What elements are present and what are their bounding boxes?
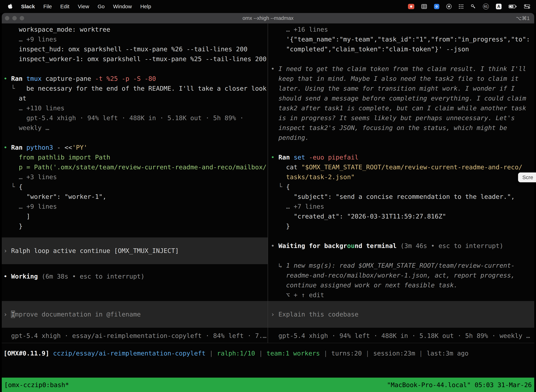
menu-window[interactable]: Window [109, 0, 136, 13]
terminal-line: weekly … [2, 123, 268, 133]
terminal-line: cat "$OMX_TEAM_STATE_ROOT/team/review-cu… [268, 162, 534, 172]
terminal-line: • Waiting for background terminal (3m 46… [268, 241, 534, 251]
terminal-line: at [2, 93, 268, 103]
terminal-line: • Ran set -euo pipefail [268, 152, 534, 162]
terminal-line: ​ [268, 54, 534, 64]
terminal-line: is in progress? It seems likely but perh… [268, 113, 534, 123]
menu-file[interactable]: File [39, 0, 56, 13]
right-prompt-box[interactable]: › Explain this codebase [268, 301, 534, 328]
terminal-line: ⌥ + ↑ edit [268, 290, 534, 300]
terminal-line: • I need to get the claim token from the… [268, 64, 534, 74]
terminal-line: [OMX#0.11.9] cczip/essay/ai-reimplementa… [2, 348, 469, 358]
terminal-line: "completed","claim_token":"claim-token"}… [268, 44, 534, 54]
menu-view[interactable]: View [73, 0, 93, 13]
terminal-line: ​ [2, 64, 268, 74]
terminal-line: workspace_mode: worktree [2, 25, 268, 34]
minimize-window-button[interactable] [12, 16, 17, 20]
terminal-line: tasks/task-2.json" [268, 172, 534, 182]
terminal-line: ​ [268, 251, 534, 261]
menu-help[interactable]: Help [136, 0, 155, 13]
terminal-line: gpt-5.4 xhigh · essay/ai-reimplementatio… [2, 331, 268, 341]
terminal-line: ​ [268, 143, 534, 152]
working-status: • Working (6m 38s • esc to interrupt) [2, 271, 268, 281]
terminal-line: … +3 lines [2, 172, 268, 182]
terminal-line: '{"team_name":"my-team","task_id":"1","f… [268, 34, 534, 44]
left-terminal-pane[interactable]: workspace_mode: worktree … +9 lines insp… [2, 23, 268, 343]
terminal-line: from pathlib import Path [2, 152, 268, 162]
terminal-line: └ { [2, 182, 268, 192]
tmux-session-label: [omx-cczip0:bash* [4, 381, 69, 388]
terminal-line: later. Using the same for transition mig… [268, 84, 534, 93]
dark-app-icon[interactable] [446, 4, 452, 9]
input-source-icon[interactable]: A [496, 4, 502, 9]
terminal-line: "created_at": "2026-03-31T11:59:27.816Z" [268, 211, 534, 221]
tmux-status-bar: [omx-cczip0:bash* "MacBook-Pro-44.local"… [2, 378, 534, 392]
key-icon[interactable] [471, 4, 476, 9]
terminal-line: └ be necessary for the end of the README… [2, 84, 268, 93]
left-terminal-output: workspace_mode: worktree … +9 lines insp… [2, 25, 268, 231]
terminal-line: gpt-5.4 xhigh · 94% left · 488K in · 5.1… [2, 113, 268, 123]
terminal-line: › Explain this codebase [268, 309, 534, 319]
terminal-line: › Improve documentation in @filename [2, 309, 268, 319]
menu-go[interactable]: Go [93, 0, 109, 13]
right-model-statusline: gpt-5.4 xhigh · 94% left · 488K in · 5.1… [268, 331, 534, 341]
terminal-line: readme-and-reco/mailbox/worker-1.json, a… [268, 271, 534, 280]
left-prompt-box[interactable]: › Improve documentation in @filename [2, 301, 268, 328]
left-model-statusline: gpt-5.4 xhigh · essay/ai-reimplementatio… [2, 331, 268, 341]
terminal-line: inspect_hud: omx sparkshell --tmux-pane … [2, 44, 268, 54]
window-title: omx --xhigh --madmax [2, 15, 534, 21]
battery-icon[interactable] [509, 4, 517, 9]
terminal-line: └ { [268, 182, 534, 192]
terminal-line: … +9 lines [2, 34, 268, 44]
ralph-inject-banner: › Ralph loop active continue [OMX_TMUX_I… [2, 238, 268, 264]
terminal-line: ​ [2, 133, 268, 143]
terminal-line: … +16 lines [268, 25, 534, 34]
terminal-line: "subject": "send a concise recommendatio… [268, 192, 534, 202]
terminal-line: continue assigned work or next feasible … [268, 280, 534, 290]
apple-menu-icon[interactable] [3, 0, 17, 13]
terminal-line: • Ran tmux capture-pane -t %25 -p -S -80 [2, 74, 268, 84]
terminal-line: } [2, 221, 268, 231]
percent-badge[interactable]: 61 [483, 4, 489, 9]
terminal-line: } [268, 221, 534, 231]
dots-grid-icon[interactable] [459, 4, 464, 9]
terminal-line: › Ralph loop active continue [OMX_TMUX_I… [2, 246, 268, 256]
terminal-line: task2 after task1 is complete, but can I… [268, 103, 534, 113]
terminal-line: … +9 lines [2, 202, 268, 211]
app-menu-slack[interactable]: Slack [17, 0, 39, 13]
tmux-host-clock: "MacBook-Pro-44.local" 05:03 31-Mar-26 [387, 381, 532, 388]
terminal-line: ↳ 1 new msg(s): read $OMX_TEAM_STATE_ROO… [268, 261, 534, 271]
grid-app-icon[interactable] [421, 4, 427, 9]
menu-bar: Slack File Edit View Go Window Help [0, 0, 536, 13]
terminal-line: pending. [268, 133, 534, 143]
right-terminal-output: … +16 lines '{"team_name":"my-team","tas… [268, 25, 534, 300]
screen-record-indicator[interactable] [408, 4, 414, 9]
terminal-line: ] [2, 211, 268, 221]
terminal-line: inspect_worker-1: omx sparkshell --tmux-… [2, 54, 268, 64]
right-terminal-pane[interactable]: … +16 lines '{"team_name":"my-team","tas… [268, 23, 534, 343]
close-window-button[interactable] [5, 16, 9, 20]
omx-hud-bar: [OMX#0.11.9] cczip/essay/ai-reimplementa… [2, 343, 534, 358]
terminal-line: inspect task2's JSON, focusing on the st… [268, 123, 534, 133]
terminal-line: • Ran python3 - <<'PY' [2, 143, 268, 152]
menu-edit[interactable]: Edit [56, 0, 74, 13]
screen-share-notification[interactable]: Scre [518, 173, 536, 182]
window-titlebar[interactable]: omx --xhigh --madmax ⌥⌘1 [2, 13, 534, 23]
terminal-line: keep that in mind. Maybe I also need the… [268, 74, 534, 84]
terminal-line: gpt-5.4 xhigh · 94% left · 488K in · 5.1… [268, 331, 534, 341]
blue-app-icon[interactable] [434, 4, 439, 9]
terminal-line: ​ [268, 231, 534, 241]
terminal-line: • Working (6m 38s • esc to interrupt) [2, 271, 268, 281]
terminal-line: "worker": "worker-1", [2, 192, 268, 202]
terminal-window: omx --xhigh --madmax ⌥⌘1 workspace_mode:… [2, 13, 534, 392]
window-shortcut-hint: ⌥⌘1 [516, 15, 534, 21]
control-center-icon[interactable] [524, 4, 530, 9]
terminal-line: … +110 lines [2, 103, 268, 113]
terminal-line: p = Path('.omx/state/team/review-current… [2, 162, 268, 172]
tmux-panes: workspace_mode: worktree … +9 lines insp… [2, 23, 534, 343]
terminal-line: … +7 lines [268, 202, 534, 211]
terminal-line: should send a message before completing … [268, 93, 534, 103]
zoom-window-button[interactable] [20, 16, 24, 20]
